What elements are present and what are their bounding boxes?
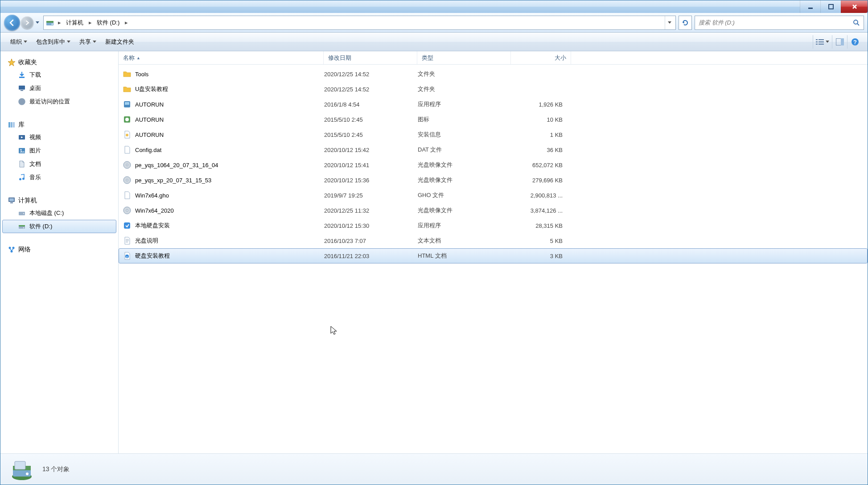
search-input[interactable] <box>699 19 853 26</box>
file-type: 文本文档 <box>418 237 511 245</box>
minimize-button[interactable] <box>800 0 820 13</box>
sidebar-item-pictures[interactable]: 图片 <box>2 144 116 157</box>
file-list[interactable]: Tools2020/12/25 14:52文件夹U盘安装教程2020/12/25… <box>119 65 868 453</box>
favorites-label: 收藏夹 <box>18 58 37 66</box>
file-size: 10 KB <box>511 116 567 123</box>
sidebar-item-desktop[interactable]: 桌面 <box>2 82 116 95</box>
file-row[interactable]: e硬盘安装教程2016/11/21 22:03HTML 文档3 KB <box>119 248 868 263</box>
organize-label: 组织 <box>10 38 22 46</box>
sidebar-item-documents[interactable]: 文档 <box>2 157 116 171</box>
file-size: 2,900,813 ... <box>511 192 567 199</box>
svg-rect-7 <box>819 39 824 40</box>
sidebar-item-drive-c[interactable]: 本地磁盘 (C:) <box>2 206 116 220</box>
document-icon <box>18 160 26 168</box>
file-name: AUTORUN <box>135 132 164 138</box>
file-row[interactable]: U盘安装教程2020/12/25 14:52文件夹 <box>119 82 868 97</box>
column-header-size[interactable]: 大小 <box>511 51 571 64</box>
sidebar-libraries-header[interactable]: 库 <box>2 119 116 131</box>
view-mode-button[interactable] <box>813 35 832 49</box>
content-area: 名称 ▲ 修改日期 类型 大小 Tools2020/12/25 14:52文件夹… <box>119 51 868 453</box>
file-row[interactable]: AUTORUN2016/1/8 4:54应用程序1,926 KB <box>119 97 868 112</box>
file-row[interactable]: AUTORUN2015/5/10 2:45图标10 KB <box>119 112 868 127</box>
forward-button[interactable] <box>21 16 33 29</box>
nav-history-dropdown[interactable] <box>34 16 41 29</box>
file-date: 2020/10/12 15:36 <box>324 177 418 184</box>
file-date: 2020/12/25 14:52 <box>324 71 418 78</box>
music-label: 音乐 <box>29 173 41 181</box>
close-button[interactable] <box>841 0 868 13</box>
new-folder-button[interactable]: 新建文件夹 <box>101 35 139 49</box>
nav-buttons <box>4 15 41 31</box>
file-row[interactable]: Win7x64_20202020/12/25 11:32光盘映像文件3,874,… <box>119 203 868 218</box>
organize-button[interactable]: 组织 <box>6 35 32 49</box>
share-button[interactable]: 共享 <box>75 35 101 49</box>
file-row[interactable]: AUTORUN2015/5/10 2:45安装信息1 KB <box>119 127 868 142</box>
include-library-button[interactable]: 包含到库中 <box>32 35 75 49</box>
sidebar: 收藏夹 下载 桌面 最近访问的位置 库 <box>0 51 119 453</box>
svg-point-27 <box>22 178 25 180</box>
sidebar-computer-group: 计算机 本地磁盘 (C:) 软件 (D:) <box>2 195 116 233</box>
file-row[interactable]: pe_yqs_1064_20_07_31_16_042020/10/12 15:… <box>119 157 868 173</box>
file-type: 应用程序 <box>418 100 511 108</box>
maximize-button[interactable] <box>820 0 841 13</box>
file-type: 图标 <box>418 115 511 123</box>
column-header-name[interactable]: 名称 ▲ <box>119 51 324 64</box>
file-date: 2016/1/8 4:54 <box>324 101 418 108</box>
file-type: 安装信息 <box>418 131 511 139</box>
svg-rect-24 <box>19 148 25 153</box>
explorer-window: ▸ 计算机 ▸ 软件 (D:) ▸ 组织 包含到库中 <box>0 0 868 485</box>
breadcrumb-computer[interactable]: 计算机 <box>62 16 87 29</box>
column-header-type[interactable]: 类型 <box>417 51 511 64</box>
file-row[interactable]: 光盘说明2016/10/23 7:07文本文档5 KB <box>119 233 868 248</box>
computer-label: 计算机 <box>18 197 37 205</box>
col-name-label: 名称 <box>123 54 135 62</box>
breadcrumb: ▸ 计算机 ▸ 软件 (D:) ▸ <box>56 16 129 29</box>
sidebar-item-videos[interactable]: 视频 <box>2 131 116 144</box>
breadcrumb-sep-2[interactable]: ▸ <box>123 16 129 29</box>
address-dropdown[interactable] <box>665 16 674 29</box>
file-row[interactable]: pe_yqs_xp_20_07_31_15_532020/10/12 15:36… <box>119 173 868 188</box>
svg-rect-22 <box>13 122 15 127</box>
file-row[interactable]: Win7x64.gho2019/9/7 19:25GHO 文件2,900,813… <box>119 188 868 203</box>
svg-point-42 <box>125 118 129 121</box>
file-row[interactable]: Config.dat2020/10/12 15:42DAT 文件36 KB <box>119 142 868 157</box>
new-folder-label: 新建文件夹 <box>105 38 134 46</box>
file-row[interactable]: Tools2020/12/25 14:52文件夹 <box>119 66 868 82</box>
svg-rect-34 <box>19 225 25 226</box>
help-button[interactable]: ? <box>847 35 862 49</box>
svg-rect-16 <box>19 77 25 78</box>
network-label: 网络 <box>18 246 31 254</box>
file-name: U盘安装教程 <box>135 85 168 93</box>
address-bar[interactable]: ▸ 计算机 ▸ 软件 (D:) ▸ <box>43 16 676 30</box>
column-header-date[interactable]: 修改日期 <box>324 51 417 64</box>
svg-rect-1 <box>829 4 833 9</box>
svg-rect-13 <box>841 38 844 45</box>
breadcrumb-root-sep[interactable]: ▸ <box>56 16 62 29</box>
video-icon <box>18 133 26 141</box>
svg-rect-29 <box>9 198 14 201</box>
back-button[interactable] <box>4 15 20 31</box>
sidebar-item-music[interactable]: 音乐 <box>2 171 116 184</box>
search-box[interactable] <box>695 16 864 30</box>
sidebar-computer-header[interactable]: 计算机 <box>2 195 116 206</box>
file-name: 光盘说明 <box>135 237 158 245</box>
file-date: 2020/10/12 15:41 <box>324 162 418 169</box>
refresh-button[interactable] <box>679 16 692 30</box>
svg-rect-50 <box>124 222 130 229</box>
preview-pane-button[interactable] <box>832 35 847 49</box>
sidebar-network-header[interactable]: 网络 <box>2 244 116 255</box>
nav-row: ▸ 计算机 ▸ 软件 (D:) ▸ <box>0 13 868 33</box>
breadcrumb-sep-1[interactable]: ▸ <box>87 16 93 29</box>
sidebar-item-downloads[interactable]: 下载 <box>2 68 116 82</box>
sidebar-item-recent[interactable]: 最近访问的位置 <box>2 95 116 108</box>
file-row[interactable]: 本地硬盘安装2020/10/12 15:30应用程序28,315 KB <box>119 218 868 233</box>
include-label: 包含到库中 <box>36 38 65 46</box>
recent-label: 最近访问的位置 <box>29 98 70 106</box>
file-date: 2020/12/25 11:32 <box>324 207 418 214</box>
sidebar-item-drive-d[interactable]: 软件 (D:) <box>2 220 116 233</box>
videos-label: 视频 <box>29 133 41 141</box>
breadcrumb-drive-d[interactable]: 软件 (D:) <box>93 16 123 29</box>
file-name: pe_yqs_1064_20_07_31_16_04 <box>135 162 218 169</box>
sidebar-favorites-header[interactable]: 收藏夹 <box>2 57 116 68</box>
file-date: 2016/10/23 7:07 <box>324 238 418 244</box>
